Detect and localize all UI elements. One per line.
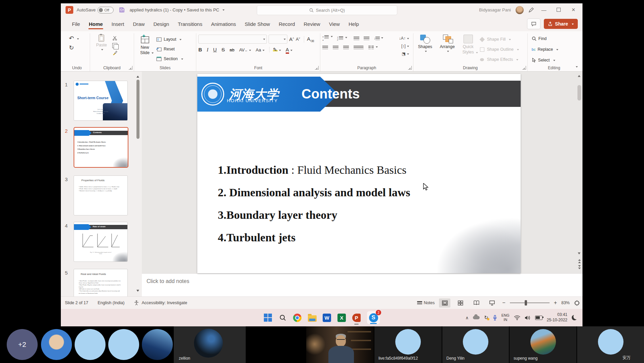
do-not-disturb-moon-icon[interactable] — [572, 315, 577, 320]
language-button[interactable]: English (India) — [98, 300, 125, 305]
paragraph-dialog-launcher-icon[interactable] — [408, 66, 412, 70]
strikethrough-ab-button[interactable]: ab — [230, 47, 234, 52]
participant-avatar-silhouette[interactable] — [108, 329, 139, 360]
slide-sorter-view-button[interactable] — [455, 298, 466, 308]
tab-help[interactable]: Help — [344, 18, 363, 30]
notes-pane[interactable]: Click to add notes — [142, 273, 582, 296]
close-button[interactable]: × — [568, 6, 578, 13]
participant-tile-anwan[interactable]: 安万 — [577, 326, 644, 363]
tab-transitions[interactable]: Transitions — [173, 18, 207, 30]
increase-font-size-button[interactable]: A˄ — [289, 36, 294, 42]
document-title[interactable]: applied hydralics (1) - Copy • Saved to … — [129, 7, 225, 12]
tab-view[interactable]: View — [325, 18, 344, 30]
bold-button[interactable]: B — [198, 47, 202, 52]
underline-button[interactable]: U — [213, 47, 217, 52]
redo-button[interactable]: ↻ — [69, 44, 74, 51]
section-button[interactable]: Section — [156, 55, 183, 63]
thumbnail-slide-1[interactable]: Short-term Course N. S. Pani Hohai Unive… — [74, 81, 128, 121]
align-text-button[interactable]: [↕] — [401, 44, 409, 48]
tab-file[interactable]: File — [68, 18, 84, 30]
scroll-down-icon[interactable] — [136, 290, 139, 293]
find-button[interactable]: Find — [532, 35, 547, 43]
fit-slide-to-window-icon[interactable] — [574, 300, 580, 306]
microphone-icon[interactable] — [493, 315, 497, 321]
reset-button[interactable]: Reset — [156, 45, 183, 53]
increase-indent-icon[interactable] — [364, 37, 369, 41]
user-avatar[interactable] — [516, 6, 524, 14]
slideshow-view-button[interactable] — [486, 298, 498, 308]
replace-button[interactable]: bc Replace — [532, 45, 559, 53]
convert-to-smartart-button[interactable]: ⬔ — [402, 51, 409, 56]
sync-icon[interactable]: ↻ — [484, 315, 488, 321]
tab-insert[interactable]: Insert — [107, 18, 129, 30]
thumbnail-slide-2-selected[interactable]: Contents 1.Introduction : Fluid Mechanic… — [74, 127, 128, 168]
maximize-button[interactable] — [554, 7, 564, 13]
scrollbar-thumb[interactable] — [136, 80, 139, 139]
clipboard-dialog-launcher-icon[interactable] — [129, 66, 132, 70]
start-button[interactable] — [263, 313, 272, 322]
new-slide-button[interactable]: New Slide — [136, 35, 154, 54]
text-direction-button[interactable]: ↓A↑ — [399, 36, 409, 41]
participant-avatar-photo[interactable] — [41, 329, 72, 360]
bullets-button[interactable]: •• — [322, 35, 332, 42]
cut-icon[interactable] — [112, 36, 117, 41]
normal-view-button[interactable] — [439, 298, 450, 308]
autosave-control[interactable]: AutoSave Off — [77, 7, 114, 13]
select-button[interactable]: Select — [532, 56, 555, 64]
character-spacing-button[interactable]: AV↔ — [239, 47, 251, 52]
excel-icon[interactable]: X — [337, 313, 346, 322]
tray-expand-icon[interactable]: ∧ — [466, 315, 469, 320]
autosave-toggle[interactable]: Off — [97, 7, 114, 13]
s-app-icon[interactable]: S2 — [367, 313, 380, 322]
decrease-indent-icon[interactable] — [354, 37, 359, 41]
align-center-icon[interactable] — [333, 46, 338, 50]
thumbnail-scrollbar[interactable] — [136, 74, 140, 293]
zoom-in-button[interactable]: + — [554, 300, 557, 306]
change-case-button[interactable]: Aa — [256, 47, 265, 52]
font-name-combo[interactable] — [198, 35, 267, 44]
minimize-button[interactable]: — — [539, 7, 549, 13]
scroll-down-icon[interactable] — [578, 252, 580, 256]
slide-canvas[interactable]: 河海大学 HOHAI UNIVERSITY Contents 1.Introdu… — [197, 74, 521, 273]
scroll-up-icon[interactable] — [578, 74, 580, 77]
shapes-button[interactable]: Shapes — [415, 35, 435, 52]
participant-tile-deng-yilin[interactable]: Deng Yilin — [442, 326, 509, 363]
tab-animations[interactable]: Animations — [207, 18, 240, 30]
thumbnail-slide-3[interactable]: Properties of Fluids • Solids: Shear str… — [74, 175, 128, 215]
wifi-icon[interactable] — [514, 315, 520, 320]
tab-design[interactable]: Design — [149, 18, 173, 30]
quick-styles-button[interactable]: Quick Styles — [460, 35, 477, 54]
format-painter-icon[interactable] — [112, 50, 117, 55]
share-button[interactable]: Share — [544, 19, 578, 29]
language-indicator[interactable]: ENGIN — [501, 313, 510, 322]
previous-slide-button[interactable] — [577, 258, 581, 262]
drawing-dialog-launcher-icon[interactable] — [522, 66, 526, 70]
copy-button[interactable] — [112, 43, 117, 48]
shape-fill-button[interactable]: Shape Fill — [479, 35, 519, 43]
font-color-button[interactable]: A — [286, 47, 292, 52]
scrollbar-thumb[interactable] — [577, 85, 581, 100]
accessibility-button[interactable]: Accessibility: Investigate — [134, 300, 187, 306]
numbering-button[interactable]: 12 — [337, 36, 348, 41]
line-spacing-button[interactable]: ↕ — [374, 37, 383, 41]
scroll-up-icon[interactable] — [136, 74, 139, 78]
font-size-combo[interactable] — [269, 35, 287, 44]
zoom-level[interactable]: 83% — [561, 300, 570, 305]
chrome-icon[interactable] — [293, 313, 302, 322]
onedrive-cloud-icon[interactable] — [473, 316, 480, 319]
thumbnail-slide-4[interactable]: Rate of strain Fig. 1.1: Velocity gradie… — [74, 222, 128, 262]
align-left-icon[interactable] — [322, 46, 328, 50]
powerpoint-app-icon[interactable]: P — [66, 6, 73, 14]
tab-record[interactable]: Record — [274, 18, 299, 30]
reading-view-button[interactable] — [471, 298, 482, 308]
next-slide-button[interactable] — [577, 266, 581, 270]
participant-tile-live-id[interactable]: live:fa5c849f649a0f12 — [374, 326, 442, 363]
save-icon[interactable] — [119, 7, 125, 13]
layout-button[interactable]: Layout — [156, 35, 183, 43]
shape-effects-button[interactable]: Shape Effects — [479, 55, 519, 64]
decrease-font-size-button[interactable]: A˅ — [296, 37, 300, 42]
paste-button[interactable]: Paste — [94, 35, 109, 51]
strikethrough-button[interactable]: S — [222, 47, 225, 52]
user-name[interactable]: Bidyasagar Pani — [479, 7, 511, 12]
tab-draw[interactable]: Draw — [128, 18, 149, 30]
